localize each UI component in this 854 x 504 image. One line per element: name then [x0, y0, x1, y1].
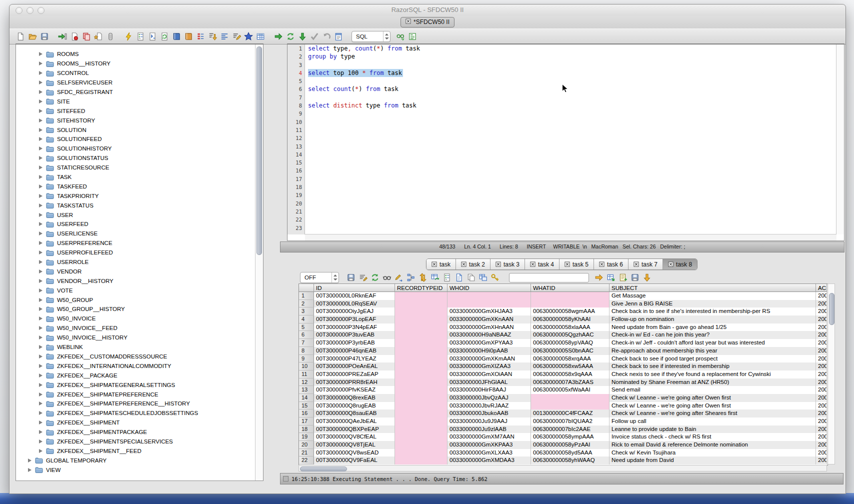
disclosure-triangle-icon[interactable]: [39, 204, 42, 208]
page-blue-icon[interactable]: [454, 272, 464, 282]
row-number-cell[interactable]: 4: [299, 316, 314, 324]
editor-hscrollbar[interactable]: [305, 234, 836, 240]
column-header-whoid[interactable]: WHOID: [448, 284, 531, 292]
grid-cell[interactable]: [395, 386, 448, 394]
tree-item-taskfeed[interactable]: TASKFEED: [16, 182, 255, 191]
grid-cell[interactable]: 200: [816, 339, 827, 347]
tree-item-solutionfeed[interactable]: SOLUTIONFEED: [16, 134, 255, 144]
grid-cell[interactable]: 00630000007A3bZAAS: [531, 378, 610, 386]
grid-cell[interactable]: 00T3000000OiyJgEAJ: [314, 308, 395, 316]
result-tab-task-5[interactable]: task 5: [559, 259, 594, 270]
execute-lightning-icon[interactable]: [124, 32, 134, 42]
grid-cell[interactable]: Rick to email David & reference Delmonte…: [610, 441, 816, 449]
disclosure-triangle-icon[interactable]: [39, 279, 42, 283]
grid-hscrollbar[interactable]: [298, 465, 827, 472]
grid-cell[interactable]: Nominated by Shane Freeman at ANZ (HR50): [610, 378, 816, 386]
disclosure-triangle-icon[interactable]: [39, 260, 42, 264]
grid-cell[interactable]: 006300000058xw5AAA: [531, 362, 610, 370]
tree-item-zkfedex-shipmentpackage[interactable]: ZKFEDEX__SHIPMENTPACKAGE: [16, 428, 255, 437]
grid-cell[interactable]: 200: [816, 300, 827, 308]
tree-item-w50-group[interactable]: W50_GROUP: [16, 295, 255, 304]
grid-cell[interactable]: [395, 355, 448, 363]
grid-cell[interactable]: 00T3000000P47LYEAZ: [314, 355, 395, 363]
grid-cell[interactable]: 00T3000000PREZaEAP: [314, 370, 395, 378]
result-tab-task-6[interactable]: task 6: [594, 259, 628, 270]
grid-cell[interactable]: Check back to see if interested in membe…: [610, 362, 816, 370]
tree-item-sitehistory[interactable]: SITEHISTORY: [16, 116, 255, 125]
disclosure-triangle-icon[interactable]: [39, 402, 42, 406]
row-number-cell[interactable]: 18: [299, 426, 314, 434]
grid-cell[interactable]: 0033000000JbvRJAAZ: [448, 402, 531, 410]
results-search-input[interactable]: [509, 273, 589, 282]
grid-cell[interactable]: 0033000000GmXLXAA3: [448, 449, 531, 457]
disclosure-triangle-icon[interactable]: [39, 345, 42, 349]
new-file-icon[interactable]: [16, 32, 26, 42]
tree-item-zkfedex-package[interactable]: ZKFEDEX__PACKAGE: [16, 370, 255, 380]
grid-cell[interactable]: 0013000000C4fFCAAZ: [531, 410, 610, 418]
grid-cell[interactable]: 0033000000GmXKmAAN: [448, 355, 531, 363]
columns-checklist-icon[interactable]: [442, 272, 452, 282]
tree-item-vendor[interactable]: VENDOR: [16, 266, 255, 276]
table-import-green-icon[interactable]: [606, 272, 616, 282]
tree-item-site[interactable]: SITE: [16, 96, 255, 106]
row-number-cell[interactable]: 5: [299, 324, 314, 332]
column-header-subject[interactable]: SUBJECT: [610, 284, 816, 292]
grid-cell[interactable]: 00630000005QgzhAAC: [531, 331, 610, 339]
result-tab-task-3[interactable]: task 3: [490, 259, 524, 270]
grid-vscrollbar[interactable]: [828, 284, 835, 464]
grid-cell[interactable]: 200: [816, 324, 827, 332]
disclosure-triangle-icon[interactable]: [39, 241, 42, 245]
disclosure-triangle-icon[interactable]: [39, 326, 42, 330]
tree-plus-icon[interactable]: [406, 272, 416, 282]
tree-item-w50-group-history[interactable]: W50_GROUP__HISTORY: [16, 304, 255, 314]
grid-cell[interactable]: [448, 292, 531, 300]
grid-cell[interactable]: Check back in to see if she's interested…: [610, 308, 816, 316]
tree-item-rooms-history[interactable]: ROOMS__HISTORY: [16, 59, 255, 68]
grid-cell[interactable]: 200: [816, 355, 827, 363]
grid-cell[interactable]: 006300000058xlaAAA: [531, 324, 610, 332]
tree-item-zkfedex-shipment-feed[interactable]: ZKFEDEX__SHIPMENT__FEED: [16, 446, 255, 456]
undo-arrow-icon[interactable]: [322, 32, 332, 42]
grid-cell[interactable]: 00T3000000PRR8rEAH: [314, 378, 395, 386]
grid-cell[interactable]: Check-in w/ Ed - can he join this year?: [610, 331, 816, 339]
grid-cell[interactable]: [395, 410, 448, 418]
close-tab-icon[interactable]: [461, 262, 466, 267]
disclosure-triangle-icon[interactable]: [39, 430, 42, 434]
refresh-loop-green-icon[interactable]: [286, 32, 296, 42]
grid-cell[interactable]: 00T3000000PfvKSEAZ: [314, 386, 395, 394]
grid-cell[interactable]: [395, 441, 448, 449]
tree-item-w50-invoice-feed[interactable]: W50_INVOICE__FEED: [16, 324, 255, 333]
view-glasses-icon[interactable]: [382, 272, 392, 282]
result-tab-task-2[interactable]: task 2: [456, 259, 490, 270]
tree-item-staticresource[interactable]: STATICRESOURCE: [16, 163, 255, 172]
tree-item-vendor-history[interactable]: VENDOR__HISTORY: [16, 276, 255, 286]
grid-cell[interactable]: Need update from David: [610, 456, 816, 464]
tree-item-zkfedex-shipment[interactable]: ZKFEDEX__SHIPMENT: [16, 418, 255, 428]
grid-cell[interactable]: Invoice status check - check w/ RS first: [610, 433, 816, 441]
align-lines-icon[interactable]: [220, 32, 230, 42]
grid-cell[interactable]: 200: [816, 316, 827, 324]
grid-cell[interactable]: 200: [816, 402, 827, 410]
grid-cell[interactable]: [395, 402, 448, 410]
row-number-cell[interactable]: 17: [299, 418, 314, 426]
grid-cell[interactable]: [395, 456, 448, 464]
grid-cell[interactable]: 00T3000000Q8sauEAB: [314, 410, 395, 418]
grid-cell[interactable]: [448, 300, 531, 308]
grid-cell[interactable]: 006300000058yd5AAA: [531, 449, 610, 457]
query-clipboard-icon[interactable]: [334, 32, 344, 42]
favorites-star-icon[interactable]: [244, 32, 254, 42]
new-object-icon[interactable]: [94, 32, 104, 42]
table-copy-icon[interactable]: [478, 272, 488, 282]
grid-cell[interactable]: 0033000000JFhGlAAL: [448, 378, 531, 386]
grid-cell[interactable]: Follow-up on nomination: [610, 316, 816, 324]
refresh-loop-green-icon[interactable]: [370, 272, 380, 282]
grid-cell[interactable]: 0033000000H9aNBAAZ: [448, 331, 531, 339]
grid-cell[interactable]: 200: [816, 386, 827, 394]
grid-cell[interactable]: [395, 394, 448, 402]
tree-item-zkfedex-shipmentspecialservices[interactable]: ZKFEDEX__SHIPMENTSPECIALSERVICES: [16, 437, 255, 446]
disclosure-triangle-icon[interactable]: [39, 146, 42, 150]
disclosure-triangle-icon[interactable]: [39, 156, 42, 160]
tree-item-global-temporary[interactable]: GLOBAL TEMPORARY: [16, 456, 255, 465]
filter-pencil-icon[interactable]: [232, 32, 242, 42]
column-header-ac[interactable]: AC: [816, 284, 827, 292]
